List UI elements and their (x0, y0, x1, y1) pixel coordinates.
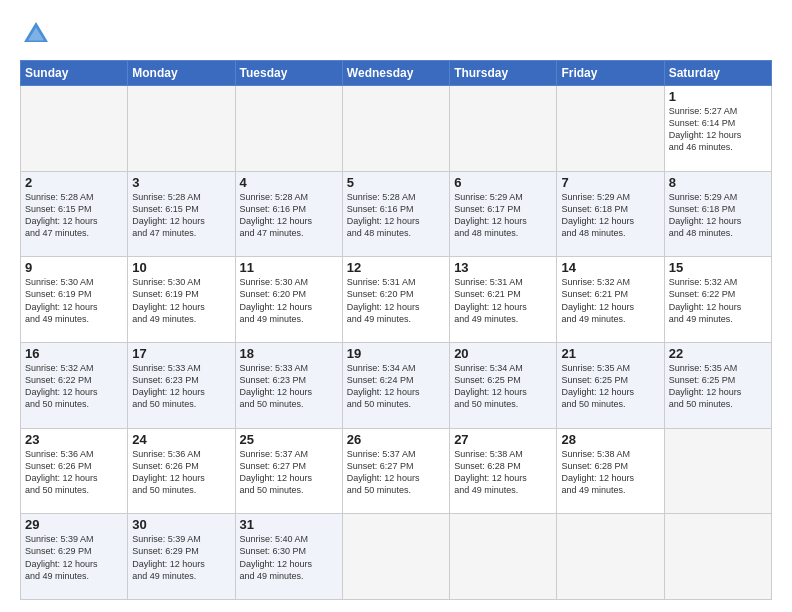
day-info: Sunrise: 5:38 AM Sunset: 6:28 PM Dayligh… (561, 448, 659, 497)
day-info: Sunrise: 5:35 AM Sunset: 6:25 PM Dayligh… (561, 362, 659, 411)
calendar-day-cell: 17Sunrise: 5:33 AM Sunset: 6:23 PM Dayli… (128, 342, 235, 428)
calendar-day-cell (342, 514, 449, 600)
day-number: 8 (669, 175, 767, 190)
day-number: 28 (561, 432, 659, 447)
day-info: Sunrise: 5:34 AM Sunset: 6:24 PM Dayligh… (347, 362, 445, 411)
day-info: Sunrise: 5:28 AM Sunset: 6:15 PM Dayligh… (25, 191, 123, 240)
calendar-day-cell: 2Sunrise: 5:28 AM Sunset: 6:15 PM Daylig… (21, 171, 128, 257)
calendar-day-cell: 18Sunrise: 5:33 AM Sunset: 6:23 PM Dayli… (235, 342, 342, 428)
day-info: Sunrise: 5:33 AM Sunset: 6:23 PM Dayligh… (240, 362, 338, 411)
day-number: 29 (25, 517, 123, 532)
calendar-week-row: 1Sunrise: 5:27 AM Sunset: 6:14 PM Daylig… (21, 86, 772, 172)
calendar-day-cell: 14Sunrise: 5:32 AM Sunset: 6:21 PM Dayli… (557, 257, 664, 343)
calendar-day-cell: 3Sunrise: 5:28 AM Sunset: 6:15 PM Daylig… (128, 171, 235, 257)
calendar-day-cell: 24Sunrise: 5:36 AM Sunset: 6:26 PM Dayli… (128, 428, 235, 514)
calendar-day-cell: 28Sunrise: 5:38 AM Sunset: 6:28 PM Dayli… (557, 428, 664, 514)
calendar-day-cell: 8Sunrise: 5:29 AM Sunset: 6:18 PM Daylig… (664, 171, 771, 257)
day-number: 19 (347, 346, 445, 361)
day-number: 10 (132, 260, 230, 275)
day-info: Sunrise: 5:36 AM Sunset: 6:26 PM Dayligh… (132, 448, 230, 497)
calendar-day-cell (557, 86, 664, 172)
calendar-day-header: Thursday (450, 61, 557, 86)
day-info: Sunrise: 5:32 AM Sunset: 6:22 PM Dayligh… (25, 362, 123, 411)
calendar-day-cell: 12Sunrise: 5:31 AM Sunset: 6:20 PM Dayli… (342, 257, 449, 343)
day-info: Sunrise: 5:30 AM Sunset: 6:19 PM Dayligh… (132, 276, 230, 325)
day-number: 31 (240, 517, 338, 532)
day-info: Sunrise: 5:31 AM Sunset: 6:21 PM Dayligh… (454, 276, 552, 325)
calendar-week-row: 29Sunrise: 5:39 AM Sunset: 6:29 PM Dayli… (21, 514, 772, 600)
calendar-day-cell (235, 86, 342, 172)
day-number: 16 (25, 346, 123, 361)
day-info: Sunrise: 5:29 AM Sunset: 6:17 PM Dayligh… (454, 191, 552, 240)
day-info: Sunrise: 5:33 AM Sunset: 6:23 PM Dayligh… (132, 362, 230, 411)
calendar-day-cell (21, 86, 128, 172)
calendar-week-row: 9Sunrise: 5:30 AM Sunset: 6:19 PM Daylig… (21, 257, 772, 343)
calendar-day-cell: 29Sunrise: 5:39 AM Sunset: 6:29 PM Dayli… (21, 514, 128, 600)
calendar-day-cell: 23Sunrise: 5:36 AM Sunset: 6:26 PM Dayli… (21, 428, 128, 514)
calendar-day-cell: 16Sunrise: 5:32 AM Sunset: 6:22 PM Dayli… (21, 342, 128, 428)
calendar-day-cell: 30Sunrise: 5:39 AM Sunset: 6:29 PM Dayli… (128, 514, 235, 600)
calendar-day-header: Monday (128, 61, 235, 86)
calendar-day-cell (342, 86, 449, 172)
calendar-day-cell: 25Sunrise: 5:37 AM Sunset: 6:27 PM Dayli… (235, 428, 342, 514)
day-info: Sunrise: 5:40 AM Sunset: 6:30 PM Dayligh… (240, 533, 338, 582)
day-number: 21 (561, 346, 659, 361)
calendar-day-header: Sunday (21, 61, 128, 86)
calendar-day-cell (128, 86, 235, 172)
calendar-day-cell (450, 86, 557, 172)
day-number: 9 (25, 260, 123, 275)
day-info: Sunrise: 5:28 AM Sunset: 6:16 PM Dayligh… (240, 191, 338, 240)
day-info: Sunrise: 5:34 AM Sunset: 6:25 PM Dayligh… (454, 362, 552, 411)
day-number: 23 (25, 432, 123, 447)
day-number: 30 (132, 517, 230, 532)
calendar-day-header: Friday (557, 61, 664, 86)
day-number: 3 (132, 175, 230, 190)
day-number: 1 (669, 89, 767, 104)
calendar-day-cell (664, 428, 771, 514)
calendar-day-header: Tuesday (235, 61, 342, 86)
calendar-week-row: 23Sunrise: 5:36 AM Sunset: 6:26 PM Dayli… (21, 428, 772, 514)
calendar-day-cell: 1Sunrise: 5:27 AM Sunset: 6:14 PM Daylig… (664, 86, 771, 172)
calendar-day-header: Saturday (664, 61, 771, 86)
day-info: Sunrise: 5:28 AM Sunset: 6:16 PM Dayligh… (347, 191, 445, 240)
day-number: 26 (347, 432, 445, 447)
day-info: Sunrise: 5:38 AM Sunset: 6:28 PM Dayligh… (454, 448, 552, 497)
calendar-day-cell: 13Sunrise: 5:31 AM Sunset: 6:21 PM Dayli… (450, 257, 557, 343)
calendar-day-cell (557, 514, 664, 600)
header (20, 18, 772, 50)
calendar-day-cell (664, 514, 771, 600)
page: SundayMondayTuesdayWednesdayThursdayFrid… (0, 0, 792, 612)
logo (20, 18, 56, 50)
day-number: 27 (454, 432, 552, 447)
day-info: Sunrise: 5:29 AM Sunset: 6:18 PM Dayligh… (561, 191, 659, 240)
day-info: Sunrise: 5:37 AM Sunset: 6:27 PM Dayligh… (240, 448, 338, 497)
day-info: Sunrise: 5:39 AM Sunset: 6:29 PM Dayligh… (132, 533, 230, 582)
calendar-day-cell: 22Sunrise: 5:35 AM Sunset: 6:25 PM Dayli… (664, 342, 771, 428)
day-info: Sunrise: 5:30 AM Sunset: 6:19 PM Dayligh… (25, 276, 123, 325)
day-number: 22 (669, 346, 767, 361)
calendar-day-cell: 11Sunrise: 5:30 AM Sunset: 6:20 PM Dayli… (235, 257, 342, 343)
day-number: 24 (132, 432, 230, 447)
day-number: 17 (132, 346, 230, 361)
day-info: Sunrise: 5:36 AM Sunset: 6:26 PM Dayligh… (25, 448, 123, 497)
day-number: 12 (347, 260, 445, 275)
calendar-day-cell: 9Sunrise: 5:30 AM Sunset: 6:19 PM Daylig… (21, 257, 128, 343)
calendar-day-cell: 20Sunrise: 5:34 AM Sunset: 6:25 PM Dayli… (450, 342, 557, 428)
day-info: Sunrise: 5:32 AM Sunset: 6:21 PM Dayligh… (561, 276, 659, 325)
calendar-header-row: SundayMondayTuesdayWednesdayThursdayFrid… (21, 61, 772, 86)
day-number: 5 (347, 175, 445, 190)
calendar-day-cell: 10Sunrise: 5:30 AM Sunset: 6:19 PM Dayli… (128, 257, 235, 343)
calendar-day-cell: 27Sunrise: 5:38 AM Sunset: 6:28 PM Dayli… (450, 428, 557, 514)
day-number: 7 (561, 175, 659, 190)
logo-icon (20, 18, 52, 50)
day-info: Sunrise: 5:32 AM Sunset: 6:22 PM Dayligh… (669, 276, 767, 325)
calendar-day-header: Wednesday (342, 61, 449, 86)
calendar-day-cell: 5Sunrise: 5:28 AM Sunset: 6:16 PM Daylig… (342, 171, 449, 257)
day-number: 18 (240, 346, 338, 361)
calendar-day-cell: 15Sunrise: 5:32 AM Sunset: 6:22 PM Dayli… (664, 257, 771, 343)
day-number: 20 (454, 346, 552, 361)
day-info: Sunrise: 5:35 AM Sunset: 6:25 PM Dayligh… (669, 362, 767, 411)
day-info: Sunrise: 5:31 AM Sunset: 6:20 PM Dayligh… (347, 276, 445, 325)
day-number: 15 (669, 260, 767, 275)
day-info: Sunrise: 5:37 AM Sunset: 6:27 PM Dayligh… (347, 448, 445, 497)
